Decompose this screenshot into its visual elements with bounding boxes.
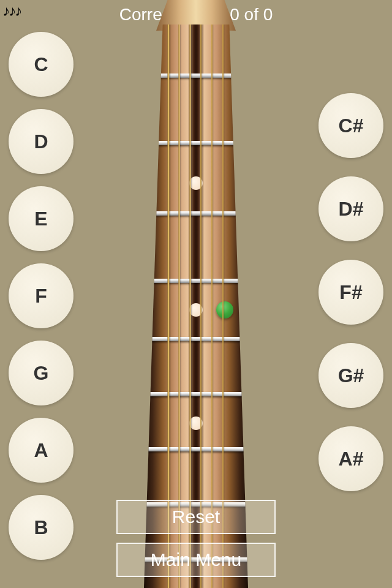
note-asharp-button[interactable]: A# <box>318 426 383 491</box>
fret <box>144 447 248 451</box>
note-e-button[interactable]: E <box>9 186 74 251</box>
note-c-button[interactable]: C <box>9 32 74 97</box>
note-a-button[interactable]: A <box>9 418 74 483</box>
fret <box>144 392 248 396</box>
note-b-button[interactable]: B <box>9 495 74 560</box>
fret <box>144 211 248 216</box>
note-fsharp-button[interactable]: F# <box>318 260 383 325</box>
fret <box>144 74 248 78</box>
note-csharp-button[interactable]: C# <box>318 93 383 158</box>
note-f-button[interactable]: F <box>9 263 74 328</box>
note-gsharp-button[interactable]: G# <box>318 343 383 408</box>
note-dsharp-button[interactable]: D# <box>318 176 383 241</box>
fret <box>144 279 248 283</box>
note-g-button[interactable]: G <box>9 341 74 405</box>
main-menu-button[interactable]: Main Menu <box>116 543 276 577</box>
fret <box>144 141 248 145</box>
fret <box>144 337 248 341</box>
note-d-button[interactable]: D <box>9 109 74 174</box>
active-note-indicator <box>216 301 233 318</box>
reset-button[interactable]: Reset <box>116 500 276 534</box>
